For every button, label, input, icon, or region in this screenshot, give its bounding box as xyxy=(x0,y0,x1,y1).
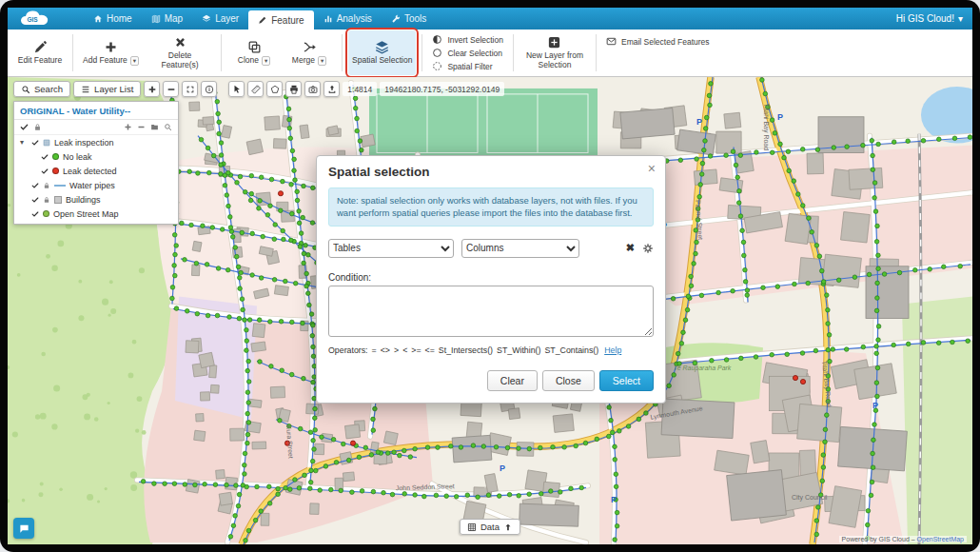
dropdown-caret-icon[interactable]: ▾ xyxy=(318,56,326,66)
screenshot-button[interactable] xyxy=(304,81,321,97)
select-tool-button[interactable] xyxy=(228,81,245,97)
clear-row-icon[interactable]: ✖ xyxy=(626,243,635,253)
measure-area-button[interactable] xyxy=(266,81,283,97)
nav-item-label: Map xyxy=(165,13,183,24)
layer-visibility-checkbox[interactable] xyxy=(31,182,39,189)
button-label: Add Feature xyxy=(83,56,127,66)
layer-visibility-checkbox[interactable] xyxy=(41,153,49,161)
extent-icon xyxy=(186,85,195,94)
zoom-in-button[interactable] xyxy=(144,81,160,97)
new-layer-from-selection-button[interactable]: New Layer from Selection xyxy=(519,30,590,75)
map-toolbar-tool-buttons xyxy=(228,81,340,97)
layer-row-leak-detected[interactable]: Leak detected xyxy=(14,164,178,178)
check-all-icon[interactable] xyxy=(20,123,29,131)
map-attribution: Powered by GIS Cloud – OpenStreetMap xyxy=(839,536,967,542)
tools-icon xyxy=(391,14,401,24)
dialog-title: Spatial selection xyxy=(328,165,430,179)
invert-selection-button[interactable]: Invert Selection xyxy=(432,34,503,45)
layer-list-button[interactable]: Layer List xyxy=(73,81,141,97)
grid-icon xyxy=(467,522,477,532)
select-button[interactable]: Select xyxy=(599,370,654,391)
columns-select[interactable]: Columns xyxy=(461,239,579,258)
delete-feature-s-button[interactable]: Delete Feature(s) xyxy=(145,30,215,75)
dropdown-caret-icon[interactable]: ▾ xyxy=(262,56,270,66)
nav-item-feature[interactable]: Feature xyxy=(248,10,313,30)
dropdown-caret-icon[interactable]: ▾ xyxy=(130,56,139,66)
nav-item-home[interactable]: Home xyxy=(84,8,142,30)
user-label: Hi GIS Cloud! xyxy=(896,13,954,24)
spatial-selection-dialog: Spatial selection × Note: spatial select… xyxy=(316,155,666,404)
edit-feature-button[interactable]: Edit Feature xyxy=(13,30,67,75)
layer-visibility-checkbox[interactable] xyxy=(31,196,39,204)
button-label: Spatial Filter xyxy=(447,62,492,71)
button-label: Clone xyxy=(238,56,259,66)
tables-select[interactable]: Tables xyxy=(328,239,454,258)
osm-attribution-link[interactable]: OpenStreetMap xyxy=(917,536,964,542)
close-button[interactable]: Close xyxy=(542,370,595,391)
layer-visibility-checkbox[interactable] xyxy=(31,210,39,218)
layer-row-buildings[interactable]: Buildings xyxy=(14,192,178,207)
dialog-close-button[interactable]: × xyxy=(648,161,656,176)
window-frame: GIS HomeMapLayerFeatureAnalysisTools Hi … xyxy=(0,0,980,552)
clear-button[interactable]: Clear xyxy=(487,370,538,391)
layer-label: Leak inspection xyxy=(54,138,114,148)
folder-icon[interactable] xyxy=(150,123,159,131)
chat-widget-button[interactable] xyxy=(13,518,34,539)
layer-row-open-street-map[interactable]: Open Street Map xyxy=(14,207,178,221)
add-layer-icon[interactable] xyxy=(124,123,132,131)
layer-row-leak-inspection[interactable]: ▾Leak inspection xyxy=(14,135,178,149)
clear-selection-button[interactable]: Clear Selection xyxy=(432,48,503,58)
nav-item-layer[interactable]: Layer xyxy=(192,8,248,30)
button-label: Clear Selection xyxy=(447,49,502,58)
nav-item-analysis[interactable]: Analysis xyxy=(314,8,382,30)
print-icon xyxy=(289,85,299,94)
search-icon xyxy=(21,85,30,94)
data-grid-button[interactable]: Data xyxy=(460,519,520,535)
chevron-down-icon: ▾ xyxy=(958,13,963,24)
operator: < xyxy=(402,345,407,355)
data-button-label: Data xyxy=(480,522,500,532)
nav-item-tools[interactable]: Tools xyxy=(382,8,436,30)
layer-panel: ORIGINAL - Water Utility-- ▾Leak inspect… xyxy=(13,101,179,225)
help-link[interactable]: Help xyxy=(604,345,621,355)
ribbon-group: Email Selected Features xyxy=(602,30,714,75)
layer-dot-symbol xyxy=(43,210,49,217)
spatial-selection-button[interactable]: Spatial Selection xyxy=(348,30,416,75)
add-feature-button[interactable]: Add Feature▾ xyxy=(79,30,143,75)
ribbon-group: New Layer from Selection xyxy=(519,30,590,75)
gear-icon[interactable] xyxy=(642,243,654,254)
zoom-out-button[interactable] xyxy=(163,81,179,97)
export-button[interactable] xyxy=(323,81,340,97)
lock-all-icon[interactable] xyxy=(33,123,42,131)
map-area[interactable]: PPPPPPPTitahi Bay RoadTitahi Bay RoadPau… xyxy=(8,77,972,544)
nav-item-label: Feature xyxy=(271,15,304,26)
remove-layer-icon[interactable] xyxy=(137,123,146,131)
chat-icon xyxy=(19,523,29,534)
layer-caret[interactable]: ▾ xyxy=(20,139,28,147)
full-extent-button[interactable] xyxy=(182,81,198,97)
layer-panel-title[interactable]: ORIGINAL - Water Utility-- xyxy=(14,102,178,120)
search-button[interactable]: Search xyxy=(13,81,70,97)
merge-button[interactable]: Merge▾ xyxy=(283,30,336,75)
ribbon-group: Invert SelectionClear SelectionSpatial F… xyxy=(428,30,507,75)
layer-row-water-pipes[interactable]: Water pipes xyxy=(14,178,178,192)
svg-text:P: P xyxy=(500,463,505,473)
layer-visibility-checkbox[interactable] xyxy=(41,168,49,175)
clone-button[interactable]: Clone▾ xyxy=(227,30,281,75)
dashed-icon xyxy=(432,61,442,71)
user-menu[interactable]: Hi GIS Cloud! ▾ xyxy=(896,8,963,30)
email-selected-features-button[interactable]: Email Selected Features xyxy=(606,36,710,47)
layer-row-no-leak[interactable]: No leak xyxy=(14,149,178,164)
button-label: Spatial Selection xyxy=(352,56,412,66)
ribbon-group: Add Feature▾Delete Feature(s) xyxy=(79,30,215,75)
condition-textarea[interactable] xyxy=(328,286,654,337)
print-button[interactable] xyxy=(285,81,302,97)
measure-distance-button[interactable] xyxy=(247,81,264,97)
nav-item-map[interactable]: Map xyxy=(142,8,192,30)
spatial-filter-button[interactable]: Spatial Filter xyxy=(432,61,503,71)
zoom-layer-icon[interactable] xyxy=(164,123,172,131)
dialog-header[interactable]: Spatial selection × xyxy=(317,156,665,186)
layer-visibility-checkbox[interactable] xyxy=(31,139,39,147)
identify-button[interactable] xyxy=(201,81,217,97)
gis-cloud-logo[interactable]: GIS xyxy=(17,8,51,30)
